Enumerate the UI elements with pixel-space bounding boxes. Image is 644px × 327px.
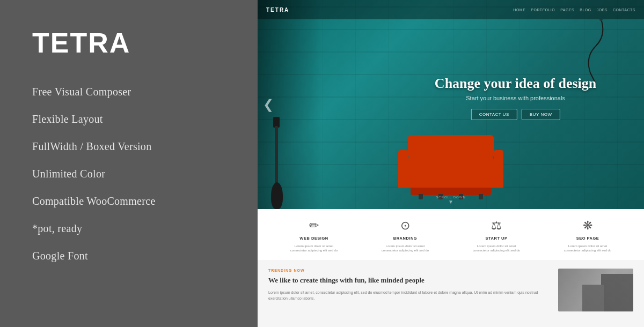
blog-text-column: TRENDING NOW We like to create things wi… bbox=[268, 269, 558, 319]
feature-item: Google Font bbox=[32, 242, 225, 270]
feature-item: Flexible Layout bbox=[32, 106, 225, 133]
feature-list: Free Visual ComposerFlexible LayoutFullW… bbox=[32, 78, 225, 270]
brand-title: TETRA bbox=[32, 27, 225, 59]
features-row: ✏ WEB DESIGN Lorem ipsum dolor sit amet … bbox=[258, 209, 644, 261]
scroll-arrow-icon: ▼ bbox=[448, 199, 453, 205]
hero-section: TETRA HOMEPORTFOLIOPAGESBLOGJOBSCONTACTS… bbox=[258, 0, 644, 209]
building-decoration bbox=[601, 274, 633, 311]
feature-card: ⊙ BRANDING Lorem ipsum dolor sit amet co… bbox=[360, 219, 451, 253]
feature-description: Lorem ipsum dolor sit amet consectetur a… bbox=[470, 244, 523, 253]
hero-text-block: Change your idea of design Start your bu… bbox=[435, 76, 596, 120]
feature-item: Unlimited Color bbox=[32, 160, 225, 188]
hero-subheading: Start your business with professionals bbox=[435, 95, 596, 101]
nav-link[interactable]: PORTFOLIO bbox=[531, 8, 555, 12]
blog-image bbox=[558, 269, 633, 311]
sofa-leg bbox=[419, 194, 423, 199]
cable-svg bbox=[569, 19, 612, 84]
blog-body: Lorem ipsum dolor sit amet, consectetur … bbox=[268, 289, 550, 301]
hero-navbar: TETRA HOMEPORTFOLIOPAGESBLOGJOBSCONTACTS bbox=[258, 0, 644, 19]
hero-arrow-left[interactable]: ❮ bbox=[263, 97, 274, 112]
feature-title: WEB DESIGN bbox=[299, 236, 328, 241]
feature-title: START UP bbox=[486, 236, 508, 241]
nav-link[interactable]: PAGES bbox=[560, 8, 574, 12]
feature-description: Lorem ipsum dolor sit amet consectetur a… bbox=[561, 244, 614, 253]
sofa-leg bbox=[479, 194, 483, 199]
sofa-back bbox=[408, 135, 494, 157]
hero-nav-links: HOMEPORTFOLIOPAGESBLOGJOBSCONTACTS bbox=[513, 8, 635, 12]
nav-link[interactable]: BLOG bbox=[580, 8, 591, 12]
building2-decoration bbox=[582, 285, 604, 311]
cable-decoration bbox=[569, 19, 612, 84]
feature-item: Compatible WooCommerce bbox=[32, 188, 225, 215]
hero-btn-primary[interactable]: CONTACT US bbox=[471, 109, 517, 120]
guitar-decoration bbox=[268, 123, 284, 209]
feature-item: FullWidth / Boxed Version bbox=[32, 133, 225, 160]
guitar-body bbox=[271, 182, 283, 209]
sofa-arm-left bbox=[398, 150, 408, 188]
preview-bottom: ✏ WEB DESIGN Lorem ipsum dolor sit amet … bbox=[258, 209, 644, 327]
feature-card: ⚖ START UP Lorem ipsum dolor sit amet co… bbox=[451, 219, 542, 253]
feature-card: ❋ SEO PAGE Lorem ipsum dolor sit amet co… bbox=[542, 219, 633, 253]
scroll-indicator: SCROLL DOWN ▼ bbox=[436, 196, 465, 205]
feature-title: BRANDING bbox=[393, 236, 417, 241]
hero-nav-logo: TETRA bbox=[266, 7, 289, 13]
feature-card: ✏ WEB DESIGN Lorem ipsum dolor sit amet … bbox=[268, 219, 360, 253]
feature-item: *pot, ready bbox=[32, 215, 225, 242]
feature-icon: ✏ bbox=[309, 219, 319, 233]
blog-section: TRENDING NOW We like to create things wi… bbox=[258, 261, 644, 327]
feature-icon: ⊙ bbox=[400, 219, 410, 233]
nav-link[interactable]: JOBS bbox=[597, 8, 608, 12]
svg-point-0 bbox=[599, 19, 603, 21]
right-panel: TETRA HOMEPORTFOLIOPAGESBLOGJOBSCONTACTS… bbox=[258, 0, 644, 327]
feature-description: Lorem ipsum dolor sit amet consectetur a… bbox=[287, 244, 341, 253]
sofa-body bbox=[408, 155, 494, 188]
feature-item: Free Visual Composer bbox=[32, 78, 225, 106]
feature-icon: ❋ bbox=[583, 219, 592, 233]
nav-link[interactable]: CONTACTS bbox=[613, 8, 635, 12]
blog-heading: We like to create things with fun, like … bbox=[268, 276, 550, 285]
nav-link[interactable]: HOME bbox=[513, 8, 525, 12]
blog-tag: TRENDING NOW bbox=[268, 269, 550, 272]
hero-btn-secondary[interactable]: BUY NOW bbox=[522, 109, 560, 120]
guitar-neck bbox=[275, 126, 278, 185]
feature-icon: ⚖ bbox=[491, 219, 502, 233]
blog-image-column bbox=[558, 269, 633, 319]
sofa-arm-right bbox=[494, 150, 503, 188]
hero-buttons: CONTACT US BUY NOW bbox=[435, 109, 596, 120]
feature-title: SEO PAGE bbox=[576, 236, 599, 241]
left-panel: TETRA Free Visual ComposerFlexible Layou… bbox=[0, 0, 258, 327]
feature-description: Lorem ipsum dolor sit amet consectetur a… bbox=[378, 244, 432, 253]
sofa bbox=[408, 155, 494, 188]
hero-heading: Change your idea of design bbox=[435, 76, 596, 92]
